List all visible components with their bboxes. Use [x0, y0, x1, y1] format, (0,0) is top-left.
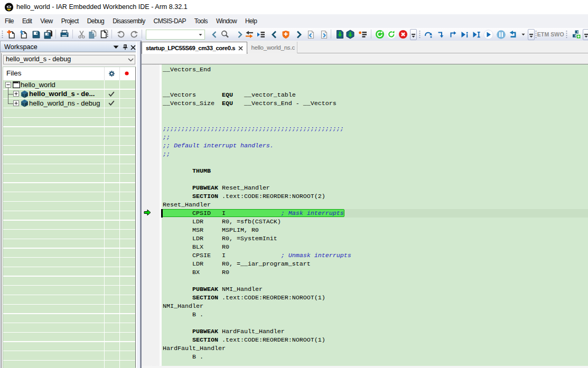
- menu-cmsis-dap[interactable]: CMSIS-DAP: [150, 14, 190, 28]
- workspace-menu-button[interactable]: [113, 45, 119, 49]
- menu-file[interactable]: File: [1, 14, 18, 28]
- undo-button[interactable]: [116, 29, 126, 40]
- code-line: LDR R0, =SystemInit: [163, 234, 277, 243]
- tab-hello-world-ns-c[interactable]: hello_world_ns.c: [248, 42, 297, 53]
- prev-doc-button[interactable]: [305, 29, 316, 40]
- debug-without-download-button[interactable]: [345, 29, 356, 40]
- macros-button[interactable]: [571, 29, 582, 40]
- copy-button[interactable]: [87, 29, 98, 40]
- step-over-button[interactable]: [423, 29, 434, 40]
- search-combo-dropdown[interactable]: [197, 31, 204, 39]
- stop-debug-button[interactable]: [398, 29, 408, 40]
- code-text: __Vectors: [163, 91, 222, 99]
- swo-button[interactable]: SWO: [552, 30, 563, 39]
- toolbar-overflow-button[interactable]: [528, 29, 535, 40]
- menu-edit[interactable]: Edit: [18, 14, 36, 28]
- tree-row[interactable]: hello_world: [0, 80, 132, 90]
- menu-disassembly[interactable]: Disassembly: [108, 14, 149, 28]
- toolbar-grip[interactable]: [2, 30, 3, 39]
- reset-debug-button[interactable]: [508, 29, 519, 40]
- tab-close-icon[interactable]: [238, 46, 243, 51]
- toolbar-grip[interactable]: [419, 30, 421, 39]
- break-button[interactable]: [496, 29, 506, 40]
- tree-row[interactable]: hello_world_s - de...: [0, 89, 132, 99]
- tree-row[interactable]: hello_world_ns - debug: [0, 99, 132, 108]
- print-button[interactable]: [59, 29, 70, 40]
- prev-bookmark-button[interactable]: [269, 29, 279, 40]
- toggle-source-button[interactable]: [244, 29, 255, 40]
- save-button[interactable]: [31, 29, 41, 40]
- paste-button[interactable]: [99, 29, 109, 40]
- code-comment: ; Unmask interrupts: [281, 252, 351, 259]
- save-all-button[interactable]: [43, 29, 53, 40]
- new-document-button[interactable]: [6, 29, 17, 40]
- open-document-button[interactable]: [18, 29, 29, 40]
- next-doc-button[interactable]: [319, 29, 329, 40]
- toolbar-grip[interactable]: [535, 30, 537, 39]
- go-button[interactable]: [483, 29, 493, 40]
- code-keyword: EQU: [222, 91, 233, 99]
- tree-item-label: hello_world: [21, 80, 55, 90]
- code-line: ;; Default interrupt handlers.: [163, 141, 274, 150]
- menu-debug[interactable]: Debug: [83, 14, 108, 28]
- search-combo[interactable]: [146, 30, 205, 40]
- files-column-divider: [104, 67, 105, 80]
- toolbar-separator: [142, 30, 142, 39]
- code-text: CPSID I: [163, 210, 281, 217]
- panel-splitter[interactable]: [136, 42, 141, 368]
- gear-icon[interactable]: [108, 70, 115, 77]
- code-line: ;;: [163, 150, 170, 158]
- toolbar-overflow-button[interactable]: [410, 29, 417, 40]
- save-all-icon: [43, 30, 53, 39]
- menu-view[interactable]: View: [36, 14, 57, 28]
- tree-expand-icon[interactable]: [13, 100, 19, 106]
- code-line: PUBWEAK HardFault_Handler: [163, 327, 285, 336]
- run-to-cursor-button[interactable]: [471, 29, 482, 40]
- nav-back-button[interactable]: [209, 29, 220, 40]
- reset-debug-dropdown[interactable]: [520, 29, 526, 40]
- tree-collapse-icon[interactable]: [5, 82, 11, 88]
- step-out-icon: [449, 30, 458, 39]
- editor-fold-margin[interactable]: [152, 64, 160, 366]
- next-statement-button[interactable]: [460, 29, 470, 40]
- reset-button[interactable]: [375, 29, 385, 40]
- menu-project[interactable]: Project: [57, 14, 83, 28]
- goto-list-button[interactable]: [256, 29, 266, 40]
- download-and-debug-button[interactable]: [334, 29, 345, 40]
- code-text: HardFault_Handler: [163, 345, 226, 352]
- step-out-button[interactable]: [448, 29, 459, 40]
- step-into-button[interactable]: [436, 29, 447, 40]
- code-text: [163, 193, 192, 200]
- tab-startup-LPC55S69-cm33-core0-s[interactable]: startup_LPC55S69_cm33_core0.s: [142, 42, 247, 54]
- nav-forward-button[interactable]: [235, 29, 245, 40]
- etm-button[interactable]: ETM: [538, 30, 548, 39]
- toggle-bookmark-button[interactable]: [281, 29, 291, 40]
- code-line: __Vectors_End: [163, 65, 211, 74]
- files-column-divider: [119, 80, 120, 368]
- page-prev-icon: [306, 30, 315, 39]
- redo-icon: [129, 30, 139, 39]
- breakpoints-list-button[interactable]: [358, 29, 368, 40]
- workspace-pin-button[interactable]: [123, 44, 128, 50]
- reload-button[interactable]: [386, 29, 397, 40]
- menu-help[interactable]: Help: [241, 14, 261, 28]
- code-line: PUBWEAK NMI_Handler: [163, 285, 263, 294]
- toolbar-overflow-button[interactable]: [583, 29, 588, 40]
- cut-button[interactable]: [76, 29, 87, 40]
- toolbar-grip[interactable]: [566, 30, 567, 39]
- menu-window[interactable]: Window: [212, 14, 241, 28]
- code-comment: ;;: [163, 134, 170, 141]
- code-line: LDR R0, =__iar_program_start: [163, 260, 311, 268]
- code-comment: ;;;;;;;;;;;;;;;;;;;;;;;;;;;;;;;;;;;;;;;;…: [163, 125, 344, 133]
- files-column-header: Files: [6, 68, 22, 79]
- find-button[interactable]: [220, 29, 230, 40]
- redo-button[interactable]: [129, 29, 139, 40]
- code-text: __vector_table: [233, 91, 296, 99]
- code-line: __Vectors EQU __vector_table: [163, 91, 296, 99]
- menu-tools[interactable]: Tools: [190, 14, 212, 28]
- workspace-close-button[interactable]: [130, 45, 136, 50]
- next-bookmark-button[interactable]: [294, 29, 304, 40]
- code-text: NMI_Handler: [218, 286, 263, 293]
- files-column-divider: [104, 80, 105, 368]
- tree-expand-icon[interactable]: [13, 91, 19, 97]
